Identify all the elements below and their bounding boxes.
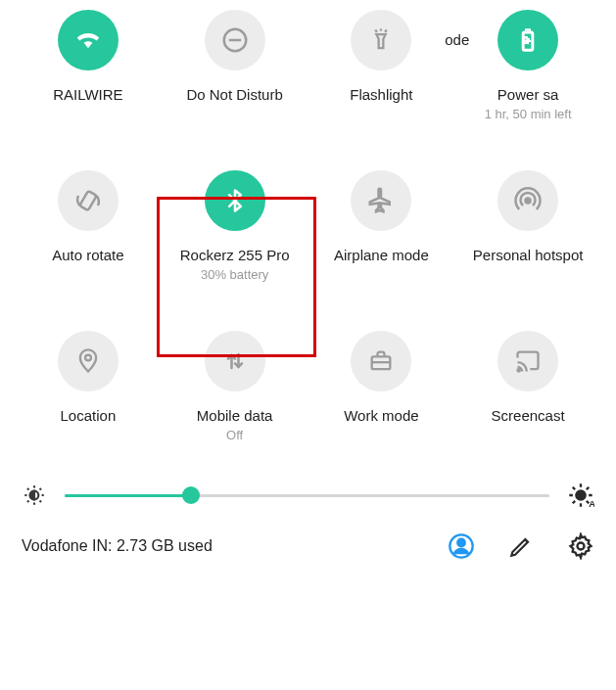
tile-label: RAILWIRE [53,86,122,103]
rotate-icon [58,170,118,231]
flashlight-icon [351,10,411,70]
svg-line-4 [385,30,387,32]
tile-work-mode[interactable]: Work mode [308,331,455,442]
tile-bluetooth[interactable]: Rockerz 255 Pro 30% battery [162,170,308,282]
tile-sublabel: 30% battery [201,267,268,282]
work-icon [351,331,411,391]
tile-power-save[interactable]: ode Power sa 1 hr, 50 min left [454,10,601,121]
tile-sublabel: 1 hr, 50 min left [485,107,572,121]
location-icon [58,331,118,391]
tile-hotspot[interactable]: Personal hotspot [454,170,601,282]
tile-screencast[interactable]: Screencast [454,331,601,442]
settings-icon[interactable] [567,532,594,560]
tile-location[interactable]: Location [15,331,162,442]
brightness-row: A [0,482,616,509]
svg-point-16 [575,489,587,501]
tile-label: Screencast [492,407,565,424]
svg-rect-9 [79,191,96,210]
tile-airplane[interactable]: Airplane mode [308,170,455,282]
brightness-slider[interactable] [65,483,549,507]
tile-mobile-data[interactable]: Mobile data Off [162,331,308,442]
tile-label: Power sa [498,86,559,103]
cast-icon [498,331,558,391]
svg-rect-6 [527,30,530,32]
profile-icon[interactable] [448,532,475,560]
tile-auto-rotate[interactable]: Auto rotate [15,170,162,282]
dnd-icon [205,10,265,70]
tile-label: Flashlight [350,86,412,103]
svg-line-3 [376,30,378,32]
airplane-icon [351,170,411,231]
footer-row: Vodafone IN: 2.73 GB used [0,509,616,560]
truncated-prefix: ode [445,31,469,48]
tile-label: Location [61,407,117,424]
tile-label: Work mode [344,407,418,424]
svg-point-10 [526,199,531,204]
tile-label: Auto rotate [52,247,123,263]
brightness-auto-icon: A [567,482,594,509]
tile-label: Mobile data [197,407,273,424]
edit-icon[interactable] [508,533,534,559]
svg-point-20 [578,543,585,550]
brightness-low-icon [22,483,47,508]
tile-label: Rockerz 255 Pro [180,247,290,263]
svg-point-19 [457,539,464,546]
svg-point-14 [518,369,520,371]
tile-flashlight[interactable]: Flashlight [308,10,455,121]
battery-icon [498,10,558,70]
tile-wifi[interactable]: RAILWIRE [15,10,162,121]
tile-label: Personal hotspot [473,247,584,263]
tile-label: Airplane mode [334,247,429,263]
data-icon [205,331,265,391]
hotspot-icon [498,170,558,231]
tile-label: Do Not Disturb [186,86,282,103]
svg-text:A: A [589,499,594,509]
carrier-usage-text: Vodafone IN: 2.73 GB used [22,537,213,555]
bluetooth-icon [205,170,265,231]
wifi-icon [58,10,118,70]
svg-point-11 [85,355,91,361]
tile-dnd[interactable]: Do Not Disturb [162,10,308,121]
tile-sublabel: Off [226,428,243,442]
